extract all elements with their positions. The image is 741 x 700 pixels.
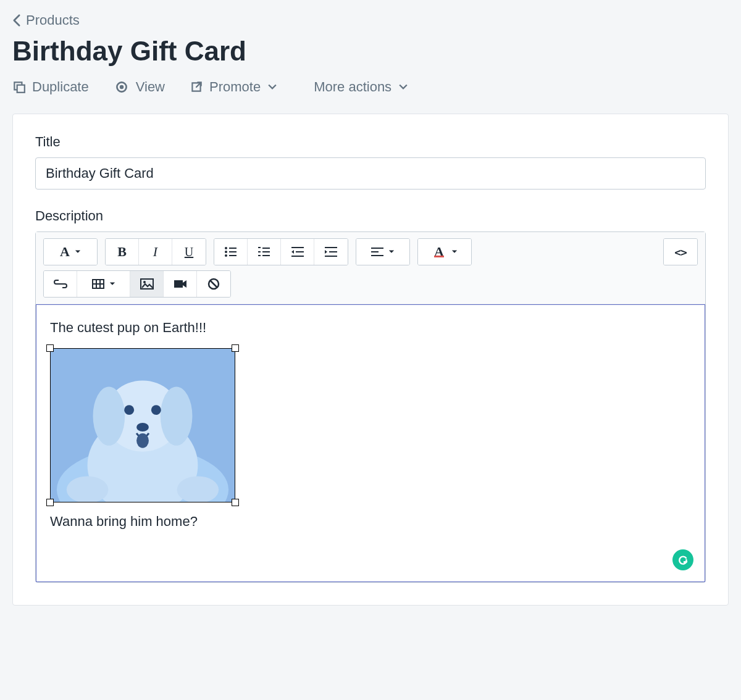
view-label: View <box>136 79 165 95</box>
svg-rect-5 <box>229 248 237 249</box>
svg-point-43 <box>136 423 149 431</box>
rich-text-editor: A B I U <box>35 231 706 583</box>
outdent-button[interactable] <box>281 239 314 265</box>
svg-rect-12 <box>258 251 261 252</box>
svg-line-34 <box>210 280 217 288</box>
svg-point-39 <box>93 386 125 445</box>
svg-rect-9 <box>229 255 237 256</box>
promote-button[interactable]: Promote <box>190 79 277 95</box>
resize-handle-br[interactable] <box>232 499 239 506</box>
caret-down-icon <box>451 249 458 254</box>
svg-rect-1 <box>17 85 25 93</box>
duplicate-icon <box>12 80 26 94</box>
eye-icon <box>114 80 130 94</box>
font-style-button[interactable]: A <box>44 239 97 265</box>
bullet-list-icon <box>224 246 238 257</box>
resize-handle-tl[interactable] <box>46 344 54 352</box>
svg-rect-32 <box>174 280 183 288</box>
resize-handle-bl[interactable] <box>46 499 54 506</box>
bold-button[interactable]: B <box>106 239 139 265</box>
italic-label: I <box>153 244 157 260</box>
svg-point-8 <box>225 254 227 257</box>
svg-point-4 <box>225 247 227 249</box>
italic-button[interactable]: I <box>139 239 172 265</box>
action-bar: Duplicate View Promote More actions <box>12 79 729 95</box>
external-link-icon <box>190 80 203 94</box>
selected-image[interactable] <box>50 348 235 502</box>
numbered-list-button[interactable] <box>248 239 281 265</box>
more-actions-button[interactable]: More actions <box>314 79 408 95</box>
html-code-button[interactable]: <> <box>664 239 697 265</box>
image-icon <box>140 278 154 290</box>
bold-label: B <box>117 244 127 260</box>
svg-rect-16 <box>291 247 304 248</box>
svg-rect-19 <box>325 247 337 248</box>
duplicate-label: Duplicate <box>32 79 89 95</box>
product-form-card: Title Description A B I U <box>12 114 729 606</box>
content-line-2: Wanna bring him home? <box>50 514 691 530</box>
svg-rect-11 <box>262 248 270 249</box>
bullet-list-button[interactable] <box>214 239 248 265</box>
indent-icon <box>324 246 338 257</box>
svg-rect-21 <box>325 256 337 257</box>
page-title: Birthday Gift Card <box>12 36 729 67</box>
caret-down-icon <box>399 84 408 90</box>
svg-rect-13 <box>262 251 270 252</box>
svg-point-3 <box>119 85 124 90</box>
more-actions-label: More actions <box>314 79 391 95</box>
view-button[interactable]: View <box>114 79 165 95</box>
svg-point-41 <box>124 405 134 415</box>
video-icon <box>174 279 187 289</box>
breadcrumb-back[interactable]: Products <box>12 12 80 28</box>
svg-point-40 <box>161 386 193 445</box>
svg-rect-14 <box>258 255 261 256</box>
caret-down-icon <box>388 249 395 254</box>
caret-down-icon <box>109 281 115 286</box>
svg-point-42 <box>151 405 161 415</box>
svg-point-31 <box>143 281 146 283</box>
promote-label: Promote <box>209 79 261 95</box>
table-icon <box>92 279 104 289</box>
svg-rect-15 <box>262 255 270 256</box>
link-icon <box>54 280 67 288</box>
svg-rect-24 <box>371 255 383 256</box>
svg-rect-17 <box>296 251 304 252</box>
no-sign-icon <box>207 278 220 290</box>
alignment-button[interactable] <box>356 239 409 265</box>
video-button[interactable] <box>164 271 197 297</box>
table-button[interactable] <box>77 271 130 297</box>
numbered-list-icon <box>257 246 271 257</box>
underline-button[interactable]: U <box>172 239 206 265</box>
svg-rect-22 <box>371 248 383 249</box>
chevron-left-icon <box>12 14 21 27</box>
svg-point-6 <box>225 251 227 253</box>
svg-rect-25 <box>57 283 64 285</box>
rte-content-area[interactable]: The cutest pup on Earth!!! <box>36 304 705 582</box>
grammarly-badge[interactable] <box>672 549 693 570</box>
caret-down-icon <box>75 249 81 254</box>
breadcrumb-label: Products <box>26 12 80 28</box>
title-label: Title <box>35 134 706 150</box>
text-color-button[interactable]: A <box>418 239 471 265</box>
svg-rect-10 <box>258 247 261 248</box>
title-input[interactable] <box>35 157 706 190</box>
caret-down-icon <box>268 84 277 90</box>
font-label: A <box>60 244 70 260</box>
selected-image-wrap[interactable] <box>50 348 235 502</box>
svg-rect-18 <box>291 256 304 257</box>
image-button[interactable] <box>130 271 164 297</box>
svg-rect-20 <box>329 251 337 252</box>
rte-toolbar: A B I U <box>36 232 705 304</box>
clear-formatting-button[interactable] <box>197 271 230 297</box>
indent-button[interactable] <box>314 239 348 265</box>
duplicate-button[interactable]: Duplicate <box>12 79 89 95</box>
resize-handle-tr[interactable] <box>232 344 239 352</box>
svg-point-44 <box>136 433 149 448</box>
puppy-image-icon <box>51 349 235 502</box>
underline-label: U <box>185 245 193 259</box>
description-label: Description <box>35 208 706 224</box>
link-button[interactable] <box>44 271 77 297</box>
code-label: <> <box>674 246 687 259</box>
align-left-icon <box>371 247 383 257</box>
svg-rect-23 <box>371 251 379 252</box>
